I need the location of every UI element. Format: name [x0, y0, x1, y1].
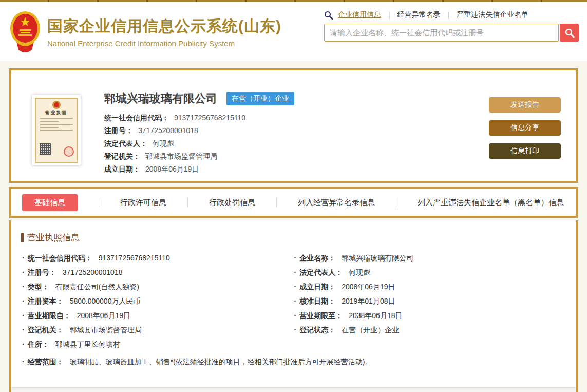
field-company-type: 类型：有限责任公司(自然人独资) — [22, 279, 294, 294]
license-text-line — [40, 130, 73, 131]
section-title-text: 营业执照信息 — [27, 232, 80, 244]
company-name: 郓城兴瑞玻璃有限公司 — [104, 91, 217, 106]
tab-basic-info[interactable]: 基础信息 — [22, 194, 78, 211]
search-icon — [324, 11, 333, 20]
tab-abnormal-directory[interactable]: 列入经营异常名录信息 — [298, 198, 375, 208]
tab-admin-penalty[interactable]: 行政处罚信息 — [209, 198, 255, 208]
nav-link-enterprise-credit[interactable]: 企业信用信息 — [337, 10, 382, 20]
field-credit-code: 统一社会信用代码：913717256768215110 — [22, 251, 294, 265]
field-reg-number: 注册号：371725200001018 — [22, 265, 294, 279]
nav-separator: | — [388, 11, 390, 19]
business-license-thumbnail[interactable]: 营业执照 — [32, 95, 81, 165]
national-emblem-logo — [9, 10, 41, 54]
field-registered-capital: 注册资本：5800.000000万人民币 — [22, 294, 294, 308]
section-bar-icon — [21, 233, 24, 242]
field-term-from: 营业期限自：2008年06月19日 — [22, 308, 294, 323]
status-badge: 在营（开业）企业 — [226, 92, 294, 105]
tab-divider — [396, 198, 396, 207]
tab-divider — [99, 198, 99, 207]
license-text-line — [40, 124, 73, 125]
site-title: 国家企业信用信息公示系统(山东) — [47, 16, 281, 37]
info-tab-bar: 基础信息 行政许可信息 行政处罚信息 列入经营异常名录信息 列入严重违法失信企业… — [9, 187, 578, 218]
site-subtitle: National Enterprise Credit Information P… — [47, 39, 281, 48]
license-image: 营业执照 — [35, 98, 78, 163]
search-bar — [324, 24, 579, 42]
search-type-nav: 企业信用信息 | 经营异常名录 | 严重违法失信企业名单 — [324, 10, 579, 20]
nav-link-serious-violation[interactable]: 严重违法失信企业名单 — [456, 10, 529, 20]
nav-link-abnormal-directory[interactable]: 经营异常名录 — [396, 10, 442, 20]
license-detail-grid: 统一社会信用代码：913717256768215110 企业名称：郓城兴瑞玻璃有… — [21, 251, 566, 369]
summary-row-legal-rep: 法定代表人：何现彪 — [104, 137, 479, 150]
site-header: 国家企业信用信息公示系统(山东) National Enterprise Cre… — [0, 2, 587, 61]
section-title-license-info: 营业执照信息 — [21, 232, 566, 244]
send-report-button[interactable]: 发送报告 — [489, 97, 561, 113]
summary-row-reg-number: 注册号：371725200001018 — [104, 124, 479, 137]
field-company-name: 企业名称：郓城兴瑞玻璃有限公司 — [294, 251, 566, 265]
search-icon — [564, 28, 575, 38]
tab-divider — [276, 198, 277, 207]
field-reg-authority: 登记机关：郓城县市场监督管理局 — [22, 323, 294, 337]
header-right: 企业信用信息 | 经营异常名录 | 严重违法失信企业名单 — [324, 2, 579, 61]
main-content: 营业执照 郓城兴瑞玻璃有限公司 在营（开业）企业 统一社会信用代码：913717… — [0, 61, 587, 392]
section-bottom-divider — [11, 387, 576, 392]
summary-row-reg-authority: 登记机关：郓城县市场监督管理局 — [104, 150, 479, 163]
search-input[interactable] — [324, 24, 559, 42]
company-info: 郓城兴瑞玻璃有限公司 在营（开业）企业 统一社会信用代码：91371725676… — [104, 91, 479, 181]
nav-separator: | — [448, 11, 450, 19]
field-establish-date: 成立日期：2008年06月19日 — [294, 279, 566, 294]
field-term-to: 营业期限至：2038年06月18日 — [294, 308, 566, 323]
red-seal — [64, 146, 74, 157]
field-approval-date: 核准日期：2019年01月08日 — [294, 294, 566, 308]
brand-text: 国家企业信用信息公示系统(山东) National Enterprise Cre… — [47, 16, 281, 48]
summary-row-establish-date: 成立日期：2008年06月19日 — [104, 163, 479, 176]
tab-admin-license[interactable]: 行政许可信息 — [120, 198, 166, 208]
license-info-card: 营业执照信息 统一社会信用代码：913717256768215110 企业名称：… — [9, 220, 578, 392]
license-text-line — [40, 127, 59, 128]
field-business-scope: 经营范围：玻璃制品、玻璃器皿加工、销售*(依法须经批准的项目，经相关部门批准后方… — [22, 354, 566, 369]
license-text-line — [40, 121, 59, 122]
field-legal-rep: 法定代表人：何现彪 — [294, 265, 566, 279]
license-text-line — [40, 118, 73, 119]
qr-code — [40, 143, 51, 155]
print-info-button[interactable]: 信息打印 — [489, 143, 561, 159]
license-title: 营业执照 — [36, 110, 77, 116]
share-info-button[interactable]: 信息分享 — [489, 120, 561, 136]
emblem-icon — [52, 101, 61, 109]
summary-row-credit-code: 统一社会信用代码：913717256768215110 — [104, 111, 479, 124]
tab-divider — [187, 198, 188, 207]
company-summary-card: 营业执照 郓城兴瑞玻璃有限公司 在营（开业）企业 统一社会信用代码：913717… — [9, 68, 578, 183]
action-buttons: 发送报告 信息分享 信息打印 — [489, 97, 561, 181]
brand: 国家企业信用信息公示系统(山东) National Enterprise Cre… — [9, 2, 281, 61]
search-button[interactable] — [560, 24, 579, 42]
field-reg-status: 登记状态：在营（开业）企业 — [294, 323, 566, 337]
tab-blacklist[interactable]: 列入严重违法失信企业名单（黑名单）信息 — [418, 198, 564, 208]
field-address: 住所：郓城县丁里长何垓村 — [22, 337, 566, 351]
